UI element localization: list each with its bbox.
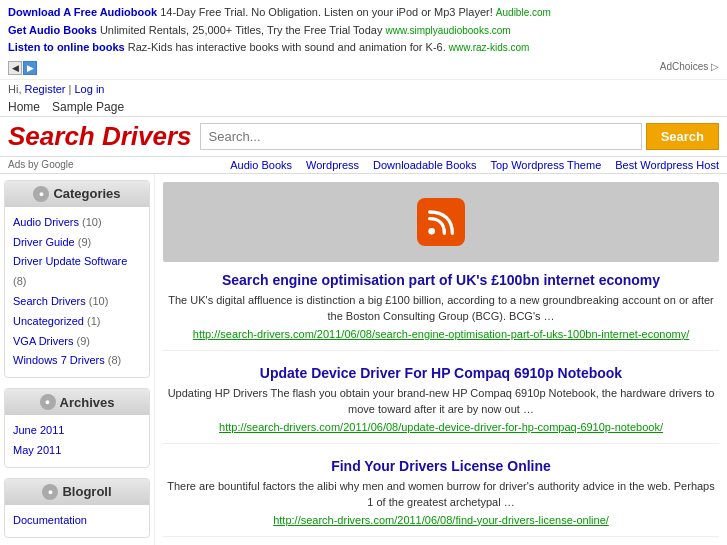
category-link[interactable]: Uncategorized bbox=[13, 315, 84, 327]
audiobooks-ad-link[interactable]: Get Audio Books bbox=[8, 24, 97, 36]
category-count: (1) bbox=[87, 315, 100, 327]
list-item: Audio Drivers (10) bbox=[13, 213, 141, 233]
categories-icon: ● bbox=[33, 186, 49, 202]
category-link[interactable]: Driver Update Software bbox=[13, 255, 127, 267]
categories-list: Audio Drivers (10)Driver Guide (9)Driver… bbox=[5, 207, 149, 377]
nav-home[interactable]: Home bbox=[8, 100, 40, 114]
post-url[interactable]: http://search-drivers.com/2011/06/08/sea… bbox=[163, 328, 719, 340]
razkids-ad-text: Raz-Kids has interactive books with soun… bbox=[128, 41, 449, 53]
rss-icon bbox=[417, 198, 465, 246]
blogroll-list: Documentation bbox=[5, 505, 149, 537]
list-item: Search Drivers (10) bbox=[13, 292, 141, 312]
category-count: (8) bbox=[13, 275, 26, 287]
archives-list: June 2011May 2011 bbox=[5, 415, 149, 467]
ad-link-item[interactable]: Best Wordpress Host bbox=[615, 159, 719, 171]
ad-link-item[interactable]: Wordpress bbox=[306, 159, 359, 171]
archive-link[interactable]: June 2011 bbox=[13, 424, 64, 436]
svg-point-0 bbox=[428, 228, 435, 235]
category-link[interactable]: Windows 7 Drivers bbox=[13, 354, 105, 366]
list-item: VGA Drivers (9) bbox=[13, 332, 141, 352]
search-form: Search bbox=[200, 123, 719, 150]
top-ads-section: Download A Free Audiobook 14-Day Free Tr… bbox=[0, 0, 727, 80]
table-row: Update Device Driver For HP Compaq 6910p… bbox=[163, 365, 719, 444]
post-excerpt: There are bountiful factors the alibi wh… bbox=[163, 478, 719, 511]
categories-section: ● Categories Audio Drivers (10)Driver Gu… bbox=[4, 180, 150, 378]
category-link[interactable]: VGA Drivers bbox=[13, 335, 74, 347]
blogroll-link[interactable]: Documentation bbox=[13, 514, 87, 526]
category-count: (9) bbox=[78, 236, 91, 248]
separator: | bbox=[69, 83, 72, 95]
main-nav: Home Sample Page bbox=[0, 98, 727, 117]
blogroll-icon: ● bbox=[42, 484, 58, 500]
list-item: Windows 7 Drivers (8) bbox=[13, 351, 141, 371]
categories-box: ● Categories Audio Drivers (10)Driver Gu… bbox=[4, 180, 150, 378]
blogroll-section: ● Blogroll Documentation bbox=[4, 478, 150, 538]
category-link[interactable]: Audio Drivers bbox=[13, 216, 79, 228]
category-count: (9) bbox=[77, 335, 90, 347]
hi-text: Hi, bbox=[8, 83, 21, 95]
sidebar: ● Categories Audio Drivers (10)Driver Gu… bbox=[0, 174, 155, 545]
categories-heading: ● Categories bbox=[5, 181, 149, 207]
content-area: ● Categories Audio Drivers (10)Driver Gu… bbox=[0, 174, 727, 545]
blogroll-heading: ● Blogroll bbox=[5, 479, 149, 505]
list-item: Driver Update Software (8) bbox=[13, 252, 141, 292]
nav-arrows[interactable]: ◀ ▶ bbox=[8, 61, 37, 75]
audiobooks-ad-text: Unlimited Rentals, 25,000+ Titles, Try t… bbox=[100, 24, 386, 36]
audiobooks-brand: www.simplyaudiobooks.com bbox=[386, 25, 511, 36]
post-url[interactable]: http://search-drivers.com/2011/06/08/upd… bbox=[163, 421, 719, 433]
search-button[interactable]: Search bbox=[646, 123, 719, 150]
archives-icon: ● bbox=[40, 394, 56, 410]
ad-link-item[interactable]: Downloadable Books bbox=[373, 159, 476, 171]
posts-list: Search engine optimisation part of UK's … bbox=[163, 272, 719, 545]
list-item: May 2011 bbox=[13, 441, 141, 461]
header: Search Drivers Search bbox=[0, 117, 727, 156]
rss-banner bbox=[163, 182, 719, 262]
ad-link-item[interactable]: Audio Books bbox=[230, 159, 292, 171]
search-input[interactable] bbox=[200, 123, 642, 150]
list-item: Documentation bbox=[13, 511, 141, 531]
blogroll-box: ● Blogroll Documentation bbox=[4, 478, 150, 538]
ads-by-google: Ads by Google bbox=[8, 159, 74, 170]
category-link[interactable]: Driver Guide bbox=[13, 236, 75, 248]
audiobook-brand: Audible.com bbox=[496, 7, 551, 18]
ad-link-list: Audio BooksWordpressDownloadable BooksTo… bbox=[230, 159, 719, 171]
prev-arrow[interactable]: ◀ bbox=[8, 61, 22, 75]
archives-heading: ● Archives bbox=[5, 389, 149, 415]
login-bar: Hi, Register | Log in bbox=[0, 80, 727, 98]
list-item: Driver Guide (9) bbox=[13, 233, 141, 253]
archives-section: ● Archives June 2011May 2011 bbox=[4, 388, 150, 468]
category-count: (10) bbox=[89, 295, 109, 307]
rss-svg bbox=[425, 206, 457, 238]
nav-sample-page[interactable]: Sample Page bbox=[52, 100, 124, 114]
post-excerpt: Updating HP Drivers The flash you obtain… bbox=[163, 385, 719, 418]
list-item: June 2011 bbox=[13, 421, 141, 441]
audiobook-ad-text: 14-Day Free Trial. No Obligation. Listen… bbox=[160, 6, 493, 18]
razkids-ad-link[interactable]: Listen to online books bbox=[8, 41, 125, 53]
table-row: Find Your Drivers License Online There a… bbox=[163, 458, 719, 537]
post-title[interactable]: Find Your Drivers License Online bbox=[163, 458, 719, 474]
ad-choices: AdChoices ▷ bbox=[660, 61, 719, 72]
ad-link-item[interactable]: Top Wordpress Theme bbox=[490, 159, 601, 171]
post-title[interactable]: Update Device Driver For HP Compaq 6910p… bbox=[163, 365, 719, 381]
register-link[interactable]: Register bbox=[25, 83, 66, 95]
category-count: (10) bbox=[82, 216, 102, 228]
post-title[interactable]: Search engine optimisation part of UK's … bbox=[163, 272, 719, 288]
category-link[interactable]: Search Drivers bbox=[13, 295, 86, 307]
ad-links-bar: Ads by Google Audio BooksWordpressDownlo… bbox=[0, 156, 727, 174]
login-link[interactable]: Log in bbox=[74, 83, 104, 95]
list-item: Uncategorized (1) bbox=[13, 312, 141, 332]
post-excerpt: The UK's digital affluence is distinctio… bbox=[163, 292, 719, 325]
category-count: (8) bbox=[108, 354, 121, 366]
site-title: Search Drivers bbox=[8, 121, 192, 152]
next-arrow[interactable]: ▶ bbox=[23, 61, 37, 75]
main-content: Search engine optimisation part of UK's … bbox=[155, 174, 727, 545]
archive-link[interactable]: May 2011 bbox=[13, 444, 61, 456]
audiobook-ad-link[interactable]: Download A Free Audiobook bbox=[8, 6, 157, 18]
razkids-brand: www.raz-kids.com bbox=[449, 42, 530, 53]
table-row: Search engine optimisation part of UK's … bbox=[163, 272, 719, 351]
archives-box: ● Archives June 2011May 2011 bbox=[4, 388, 150, 468]
post-url[interactable]: http://search-drivers.com/2011/06/08/fin… bbox=[163, 514, 719, 526]
